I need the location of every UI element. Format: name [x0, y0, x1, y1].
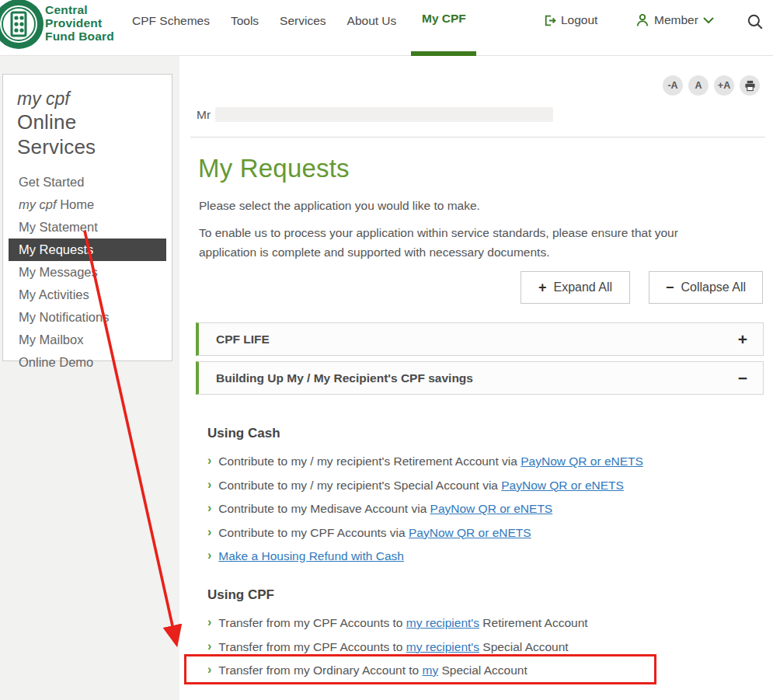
printer-icon [744, 80, 756, 92]
sidebar-item-label: My Statement [19, 220, 98, 234]
cpf-logo-icon[interactable] [0, 0, 44, 50]
expand-all-button[interactable]: + Expand All [521, 271, 630, 304]
section-using-cpf: Using CPF›Transfer from my CPF Accounts … [207, 587, 751, 687]
page: Central Provident Fund Board CPF Schemes… [0, 0, 773, 700]
request-item-text: Contribute to my / my recipient's Retire… [218, 454, 643, 468]
request-item-transfer-from-my-cpf-accounts-to-my-reci[interactable]: ›Transfer from my CPF Accounts to my rec… [207, 615, 751, 630]
font-normal-button[interactable]: A [688, 75, 709, 96]
section-list: ›Contribute to my / my recipient's Retir… [207, 454, 751, 563]
member-label: Member [654, 13, 698, 27]
nav-item-cpf-schemes[interactable]: CPF Schemes [132, 14, 210, 28]
request-item-contribute-to-my-my-recipient-s-retire[interactable]: ›Contribute to my / my recipient's Retir… [207, 454, 751, 468]
logout-icon [543, 14, 556, 27]
nav-item-tools[interactable]: Tools [231, 14, 259, 28]
sidebar-item-label: My Notifications [19, 310, 109, 324]
sidebar-item-my-cpf-home[interactable]: my cpf Home [9, 193, 166, 216]
sidebar-item-label: My Requests [19, 242, 93, 256]
request-link-my-recipient-s[interactable]: my recipient's [406, 640, 479, 653]
header: Central Provident Fund Board CPF Schemes… [0, 0, 773, 56]
request-link-paynow-qr-or-enets[interactable]: PayNow QR or eNETS [430, 502, 553, 515]
plus-icon: + [538, 280, 547, 296]
member-icon [635, 13, 649, 27]
sidebar-item-label: My Mailbox [19, 333, 83, 347]
sidebar-title: my cpf Online Services [3, 75, 172, 159]
member-salutation: Mr [197, 108, 211, 122]
request-item-text: Contribute to my / my recipient's Specia… [218, 478, 624, 493]
section-heading-using-cpf: Using CPF [207, 587, 751, 603]
sidebar-item-label: my cpf [19, 197, 57, 211]
sidebar-item-my-notifications[interactable]: My Notifications [9, 306, 166, 329]
collapse-all-label: Collapse All [681, 280, 746, 294]
request-item-contribute-to-my-cpf-accounts-via-paynow[interactable]: ›Contribute to my CPF Accounts via PayNo… [207, 525, 751, 540]
chevron-right-icon: › [207, 663, 211, 677]
font-decrease-button[interactable]: -A [663, 75, 683, 96]
request-item-transfer-from-my-ordinary-account-to-my[interactable]: ›Transfer from my Ordinary Account to my… [207, 663, 751, 677]
member-menu-button[interactable]: Member [635, 13, 714, 27]
chevron-right-icon: › [207, 525, 211, 540]
request-item-text: Transfer from my Ordinary Account to my … [218, 663, 527, 677]
accordion-building-up-savings[interactable]: Building Up My / My Recipient's CPF savi… [196, 361, 764, 395]
page-title: My Requests [198, 154, 350, 183]
print-button[interactable] [740, 75, 760, 96]
request-item-contribute-to-my-my-recipient-s-specia[interactable]: ›Contribute to my / my recipient's Speci… [207, 478, 751, 493]
sidebar-title-mycpf: my cpf [17, 88, 158, 110]
section-using-cash: Using Cash›Contribute to my / my recipie… [207, 426, 751, 573]
chevron-right-icon: › [207, 478, 211, 493]
sidebar-item-my-messages[interactable]: My Messages [9, 261, 166, 284]
chevron-right-icon: › [207, 501, 211, 516]
accordion-cpf-life[interactable]: CPF LIFE + [196, 322, 764, 356]
request-item-text: Contribute to my CPF Accounts via PayNow… [218, 525, 531, 540]
chevron-right-icon: › [207, 615, 211, 630]
sidebar-item-get-started[interactable]: Get Started [9, 171, 166, 193]
intro-text-2: To enable us to process your application… [199, 223, 736, 262]
request-link-my-recipient-s[interactable]: my recipient's [406, 616, 479, 629]
request-item-make-a-housing-refund-with-cash[interactable]: ›Make a Housing Refund with Cash [207, 549, 751, 563]
search-icon[interactable] [747, 13, 764, 30]
sidebar-item-online-demo[interactable]: Online Demo [9, 351, 166, 374]
expand-all-label: Expand All [553, 280, 612, 294]
sidebar-title-online-services: Online Services [17, 110, 158, 159]
request-item-contribute-to-my-medisave-account-via-pa[interactable]: ›Contribute to my Medisave Account via P… [207, 501, 751, 516]
font-size-controls: -A A +A [663, 75, 760, 96]
request-item-transfer-from-my-cpf-accounts-to-my-reci[interactable]: ›Transfer from my CPF Accounts to my rec… [207, 639, 751, 654]
chevron-right-icon: › [207, 639, 211, 654]
brand-name: Central Provident Fund Board [45, 3, 114, 43]
sidebar-item-my-mailbox[interactable]: My Mailbox [9, 329, 166, 351]
section-heading-using-cash: Using Cash [207, 426, 751, 441]
sidebar-item-label: My Activities [19, 287, 89, 301]
sidebar-item-my-activities[interactable]: My Activities [9, 284, 166, 306]
accordion-title: Building Up My / My Recipient's CPF savi… [199, 371, 473, 385]
request-link-make-a-housing-refund-with-cash[interactable]: Make a Housing Refund with Cash [218, 549, 404, 562]
sidebar-item-my-requests[interactable]: My Requests [9, 239, 166, 261]
sidebar-item-my-statement[interactable]: My Statement [9, 216, 166, 239]
collapse-icon: − [738, 369, 763, 388]
section-list: ›Transfer from my CPF Accounts to my rec… [207, 615, 751, 677]
font-increase-button[interactable]: +A [714, 75, 734, 96]
divider [190, 137, 765, 138]
chevron-right-icon: › [207, 454, 211, 468]
request-link-paynow-qr-or-enets[interactable]: PayNow QR or eNETS [409, 526, 531, 539]
request-item-text: Contribute to my Medisave Account via Pa… [218, 501, 552, 516]
redacted-member-name [215, 107, 553, 122]
minus-icon: − [666, 280, 674, 296]
nav-item-about-us[interactable]: About Us [347, 14, 397, 28]
nav-item-my-cpf[interactable]: My CPF [422, 12, 466, 26]
nav-item-services[interactable]: Services [280, 14, 326, 28]
chevron-right-icon: › [207, 549, 211, 563]
logout-button[interactable]: Logout [543, 13, 597, 27]
request-item-text: Transfer from my CPF Accounts to my reci… [218, 639, 568, 654]
intro-text-1: Please select the application you would … [199, 199, 480, 213]
active-nav-underline [411, 51, 476, 56]
request-link-my[interactable]: my [422, 663, 438, 677]
sidebar-item-label: Get Started [19, 175, 84, 189]
sidebar-item-label: My Messages [19, 265, 98, 279]
sidebar-menu: Get Startedmy cpf HomeMy StatementMy Req… [3, 171, 172, 374]
sidebar-item-label: Home [57, 197, 95, 211]
collapse-all-button[interactable]: − Collapse All [649, 271, 763, 304]
request-item-text: Transfer from my CPF Accounts to my reci… [218, 615, 587, 630]
request-item-text: Make a Housing Refund with Cash [218, 549, 404, 563]
sidebar: my cpf Online Services Get Startedmy cpf… [2, 74, 172, 361]
request-link-paynow-qr-or-enets[interactable]: PayNow QR or eNETS [521, 454, 643, 468]
request-link-paynow-qr-or-enets[interactable]: PayNow QR or eNETS [501, 479, 624, 492]
sidebar-item-label: Online Demo [19, 355, 93, 369]
